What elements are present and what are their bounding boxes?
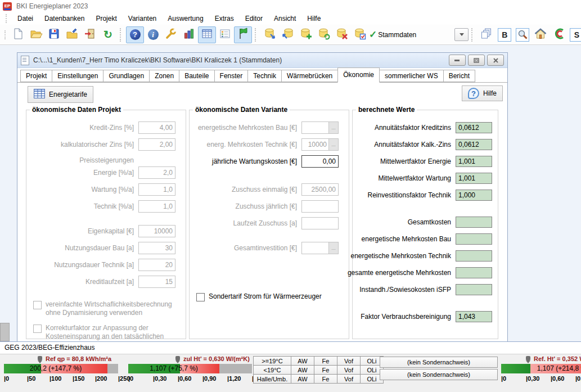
result-label: Annuitätsfaktor Kalk.-Zins — [374, 141, 451, 148]
tab-bericht[interactable]: Bericht — [443, 70, 475, 82]
table-row: Halle/Umb. AW Fe Vof OLi — [254, 375, 384, 384]
tab-einstellungen[interactable]: Einstellungen — [52, 70, 103, 82]
sondernachweis-box-1[interactable]: (kein Sondernachweis) — [380, 357, 498, 368]
sondernachweis-box-2[interactable]: (kein Sondernachweis) — [380, 369, 498, 380]
save-as-button[interactable] — [63, 26, 81, 43]
s-tool-button[interactable]: S — [568, 26, 581, 43]
wrench-icon — [164, 27, 178, 42]
kalk-zins-input: 2,00 — [138, 138, 175, 151]
tab-oekonomie[interactable]: Ökonomie — [337, 67, 380, 83]
restore-button[interactable] — [468, 55, 485, 66]
menu-hilfe[interactable]: Hilfe — [301, 12, 326, 25]
db-export-button[interactable] — [261, 26, 279, 43]
list-view-button[interactable] — [216, 26, 234, 43]
menu-datei[interactable]: Datei — [12, 12, 39, 25]
database-delete-icon — [335, 27, 349, 42]
zoom-button[interactable] — [514, 26, 532, 43]
field-label: Energie [%/a] — [93, 169, 134, 177]
open-project-button[interactable] — [27, 26, 45, 43]
table-view-button[interactable] — [198, 26, 216, 43]
minimize-button[interactable] — [449, 55, 466, 66]
browse-button: ... — [328, 122, 338, 133]
tab-bauteile[interactable]: Bauteile — [179, 70, 214, 82]
group-berechnete-werte: berechnete Werte Annuitätsfaktor Kreditz… — [352, 110, 498, 339]
tab-projekt[interactable]: Projekt — [20, 70, 52, 82]
menu-ansicht[interactable]: Ansicht — [268, 12, 301, 25]
tab-bar: Projekt Einstellungen Grundlagen Zonen B… — [17, 68, 507, 83]
info-icon: i — [148, 29, 159, 40]
checkbox-icon[interactable] — [196, 293, 205, 301]
db-refresh-button[interactable] — [315, 26, 333, 43]
help-toggle-button[interactable]: ? — [126, 26, 144, 43]
energie-input: 2,0 — [138, 166, 175, 179]
home-button[interactable] — [532, 26, 550, 43]
chart-button[interactable] — [180, 26, 198, 43]
energy-label-button[interactable] — [550, 26, 568, 43]
zone-cell: Vof — [337, 366, 361, 375]
tariff-table-icon — [34, 89, 45, 100]
field-label: Kredit-Zins [%] — [89, 124, 134, 132]
wartungskosten-input[interactable]: 0,00 — [301, 155, 339, 168]
result-label: Instandh./Sowiesokosten iSFP — [359, 286, 451, 294]
reinvestitionsfaktor-technik-value: 1,000 — [456, 190, 492, 201]
menu-auswertung[interactable]: Auswertung — [162, 12, 209, 25]
mehrkosten-technik-value — [456, 250, 492, 262]
stammdaten-dropdown[interactable] — [454, 28, 469, 41]
menubar: Datei Datenbanken Projekt Varianten Ausw… — [0, 12, 581, 25]
menubar-grip — [6, 14, 8, 23]
db-import-button[interactable] — [279, 26, 297, 43]
app-title: BKI Energieplaner 2023 — [16, 2, 88, 10]
db-add-button[interactable] — [297, 26, 315, 43]
scrollbar-fragment[interactable] — [0, 323, 10, 341]
table-row: >=19°C AW Fe Vof OLi — [254, 357, 384, 366]
tab-zonen[interactable]: Zonen — [149, 70, 179, 82]
checkbox-sondertarif[interactable]: Sondertarif Strom für Wärmeerzeuger — [190, 292, 349, 301]
refresh-button[interactable]: ↻ — [99, 26, 117, 43]
nutzungsdauer-bau-input: 30 — [138, 242, 175, 254]
annuitaetsfaktor-kreditzins-value: 0,0612 — [456, 122, 492, 133]
bold-button[interactable]: B — [496, 26, 514, 43]
browse-button: ... — [328, 242, 338, 254]
gauge-value: 1,107 (+214,8 %) — [521, 364, 581, 372]
tab-technik[interactable]: Technik — [247, 70, 282, 82]
field-label: Eigenkapital [€] — [88, 227, 134, 235]
gauge-value: 1,107 (+75,7 %) — [128, 364, 219, 372]
db-check-button[interactable] — [351, 26, 369, 43]
tab-content: Energietarife ? Hilfe ökonomische Daten … — [17, 83, 507, 343]
field-label: Kreditlaufzeit [a] — [85, 278, 134, 286]
tab-waermebruecken[interactable]: Wärmebrücken — [281, 70, 338, 82]
save-button[interactable] — [45, 26, 63, 43]
group-title: ökonomische Daten Variante — [193, 106, 290, 114]
zone-matrix: >=19°C AW Fe Vof OLi <19°C AW Fe Vof OLi… — [253, 356, 384, 384]
zone-row-header: Halle/Umb. — [254, 375, 291, 384]
menu-datenbanken[interactable]: Datenbanken — [39, 12, 90, 25]
new-document-button[interactable] — [9, 26, 27, 43]
tab-fenster[interactable]: Fenster — [214, 70, 249, 82]
menu-projekt[interactable]: Projekt — [90, 12, 122, 25]
db-delete-button[interactable] — [333, 26, 351, 43]
refresh-icon: ↻ — [103, 29, 112, 40]
exit-button[interactable] — [81, 26, 99, 43]
bar-chart-icon — [182, 27, 196, 42]
result-label: Mittelwertfaktor Wartung — [378, 174, 451, 182]
document-icon — [21, 56, 29, 65]
close-button[interactable] — [487, 55, 504, 66]
flag-button[interactable] — [234, 26, 252, 43]
field-label: Nutzungsdauer Technik [a] — [54, 261, 134, 269]
mehrkosten-bau-value — [456, 233, 492, 245]
field-label: energetische Mehrkosten Bau [€] — [198, 124, 297, 132]
energietarife-button[interactable]: Energietarife — [28, 86, 93, 103]
toolbar-separator — [120, 28, 123, 42]
tab-grundlagen[interactable]: Grundlagen — [103, 70, 150, 82]
gauge-marker-icon — [526, 356, 530, 361]
menu-editor[interactable]: Editor — [240, 12, 268, 25]
hilfe-button[interactable]: ? Hilfe — [462, 85, 503, 101]
info-button[interactable]: i — [144, 26, 162, 43]
project-window: C:\...\1_Kunden\7_Herr Timo Kraliczek\BK… — [17, 52, 508, 341]
copy-pages-button[interactable] — [478, 26, 496, 43]
tab-sommerlicher-ws[interactable]: sommerlicher WS — [379, 70, 444, 82]
menu-varianten[interactable]: Varianten — [123, 12, 162, 25]
settings-button[interactable] — [162, 26, 180, 43]
stammdaten-check-icon: ✓ — [369, 29, 377, 40]
menu-extras[interactable]: Extras — [209, 12, 240, 25]
